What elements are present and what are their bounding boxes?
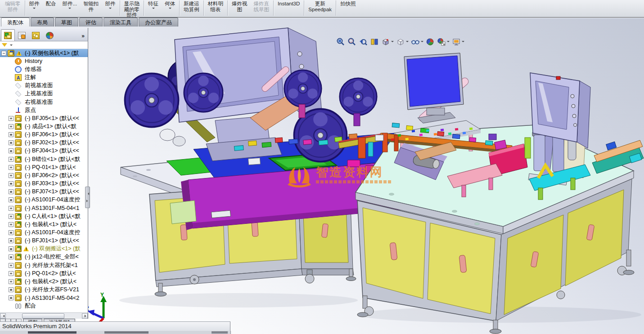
expand-toggle[interactable]: [9, 222, 14, 227]
expand-toggle[interactable]: [1, 51, 6, 56]
tree-item[interactable]: (-) 光纤放大器托架<1: [0, 261, 88, 269]
tree-item[interactable]: 原点: [0, 106, 88, 114]
monitor-button[interactable]: [297, 52, 302, 56]
scrollbar-thumb[interactable]: [22, 313, 64, 319]
tree-horizontal-scrollbar[interactable]: [0, 312, 88, 319]
expand-toggle[interactable]: [9, 279, 14, 284]
tree-item[interactable]: (-) BFJ06<2> (默认<<: [0, 171, 88, 179]
expand-toggle[interactable]: [9, 246, 14, 251]
tree-item[interactable]: (-) BFJ03<1> (默认<<: [0, 180, 88, 188]
chevron-down-icon[interactable]: [169, 8, 171, 10]
tree-item[interactable]: (-) BFJ02<1> (默认<<: [0, 139, 88, 147]
chevron-down-icon[interactable]: [33, 8, 36, 10]
ribbon-separator[interactable]: [179, 0, 180, 16]
smart-fasteners-button[interactable]: 智能扣 件: [80, 0, 102, 18]
tree-item[interactable]: (-) BFJ04<1> (默认<<: [0, 147, 88, 155]
expand-toggle[interactable]: [9, 295, 14, 300]
tree-item[interactable]: (-) AS1301F-M5-04<1: [0, 204, 88, 212]
view-orientation-icon[interactable]: [380, 37, 395, 47]
door-handle[interactable]: [321, 223, 328, 237]
ribbon-separator[interactable]: [227, 0, 228, 16]
tree-item[interactable]: (-) AS1301F-M5-04<2: [0, 294, 88, 302]
expand-toggle[interactable]: [9, 271, 14, 276]
new-motion-study-button[interactable]: 新建运 动算例: [180, 0, 203, 18]
expand-toggle[interactable]: [9, 181, 14, 186]
expand-toggle[interactable]: [9, 173, 14, 178]
tree-item[interactable]: (-) 包装机<1> (默认<: [0, 220, 88, 228]
tree-item[interactable]: (-) PQ-01<1> (默认<: [0, 163, 88, 171]
chevron-down-icon[interactable]: [68, 8, 71, 10]
expand-toggle[interactable]: [9, 238, 14, 243]
tape-reel[interactable]: [184, 73, 223, 112]
tree-item[interactable]: (-) AS1001F-04速度控: [0, 196, 88, 204]
update-speedpak-button[interactable]: 更新 Speedpak: [305, 0, 335, 18]
tree-item[interactable]: (-) AS1001F-04速度控: [0, 228, 88, 236]
tree-item[interactable]: (-) PQ-01<2> (默认<: [0, 269, 88, 277]
tab-render-tools[interactable]: 渲染工具: [104, 18, 138, 27]
mate-button[interactable]: 配合: [43, 0, 59, 18]
expand-toggle[interactable]: [9, 206, 14, 211]
tree-item[interactable]: (-) BFJ01<1> (默认<<: [0, 237, 88, 245]
view-settings-icon[interactable]: [451, 37, 465, 47]
tree-item[interactable]: (-) jx12-电控柜_全部<: [0, 253, 88, 261]
chevron-down-icon[interactable]: [447, 41, 450, 44]
tree-item[interactable]: 前视基准面: [0, 82, 88, 90]
tape-reel[interactable]: [125, 73, 178, 127]
tree-item-root[interactable]: (-) 双侧包装机<1> (默: [0, 49, 88, 57]
ribbon-separator[interactable]: [144, 0, 144, 16]
previous-view-icon[interactable]: [358, 37, 369, 47]
expand-toggle[interactable]: [9, 287, 14, 292]
model-tab[interactable]: 模型: [23, 319, 42, 321]
tree-item[interactable]: 上视基准面: [0, 90, 88, 98]
chevron-down-icon[interactable]: [391, 41, 394, 44]
section-view-icon[interactable]: [369, 37, 380, 47]
pneumatic-cylinder[interactable]: [534, 135, 545, 171]
expand-toggle[interactable]: [9, 116, 14, 121]
ribbon-separator[interactable]: [120, 0, 120, 16]
chevron-down-icon[interactable]: [462, 41, 464, 44]
tree-item[interactable]: (-) BFJ05<1> (默认<<: [0, 114, 88, 122]
display-style-icon[interactable]: [395, 37, 410, 47]
tree-item[interactable]: (-) 光纤放大器FS-V21: [0, 286, 88, 294]
model-tab-nav-button[interactable]: [0, 319, 5, 321]
configurationmanager-tab[interactable]: [29, 29, 43, 41]
tree-item[interactable]: 注解: [0, 73, 88, 81]
ribbon-separator[interactable]: [25, 0, 25, 16]
insert-component-button[interactable]: 部件: [26, 0, 43, 18]
hmi-button[interactable]: [574, 124, 577, 127]
displaymanager-tab[interactable]: [43, 29, 57, 41]
tree-item[interactable]: (-) 成品<1> (默认<默: [0, 122, 88, 130]
hide-show-items-icon[interactable]: [410, 37, 424, 47]
tree-item[interactable]: (-) 包装机<2> (默认<: [0, 277, 88, 285]
model-tab-nav-button[interactable]: [11, 319, 16, 321]
expand-toggle[interactable]: [9, 189, 14, 194]
tree-item[interactable]: (-) C人机<1> (默认<默: [0, 212, 88, 220]
tree-item[interactable]: (-) 双侧搬运<1> (默: [0, 245, 88, 253]
ribbon-separator[interactable]: [203, 0, 204, 16]
tab-office-products[interactable]: 办公室产品: [139, 18, 178, 27]
expand-toggle[interactable]: [9, 165, 14, 170]
move-component-button[interactable]: 部件: [102, 0, 119, 18]
edit-component-button[interactable]: 编辑零 部件: [2, 0, 24, 18]
hmi-button[interactable]: [572, 114, 576, 118]
show-hidden-components-button[interactable]: 显示隐 藏的零 部件: [121, 0, 143, 18]
graphics-area[interactable]: 智造资料网 Y Z X: [0, 18, 644, 334]
expand-toggle[interactable]: [9, 148, 14, 153]
edit-appearance-icon[interactable]: [425, 37, 436, 47]
expand-toggle[interactable]: [9, 157, 14, 162]
panel-overflow-button[interactable]: »: [81, 33, 87, 41]
door-handle[interactable]: [252, 221, 258, 237]
expand-toggle[interactable]: [9, 140, 14, 145]
tape-reel[interactable]: [340, 78, 377, 116]
zoom-to-fit-icon[interactable]: [335, 37, 346, 47]
ribbon-separator[interactable]: [273, 0, 274, 16]
chevron-down-icon[interactable]: [10, 45, 13, 47]
tab-assembly[interactable]: 装配体: [1, 18, 30, 27]
expand-toggle[interactable]: [9, 230, 14, 235]
tree-item[interactable]: History: [0, 57, 88, 65]
filter-icon[interactable]: [2, 43, 7, 49]
expand-toggle[interactable]: [9, 197, 14, 202]
machine-button[interactable]: [347, 160, 360, 167]
scroll-left-arrow[interactable]: [0, 313, 6, 319]
monitor-screen[interactable]: [407, 56, 460, 107]
